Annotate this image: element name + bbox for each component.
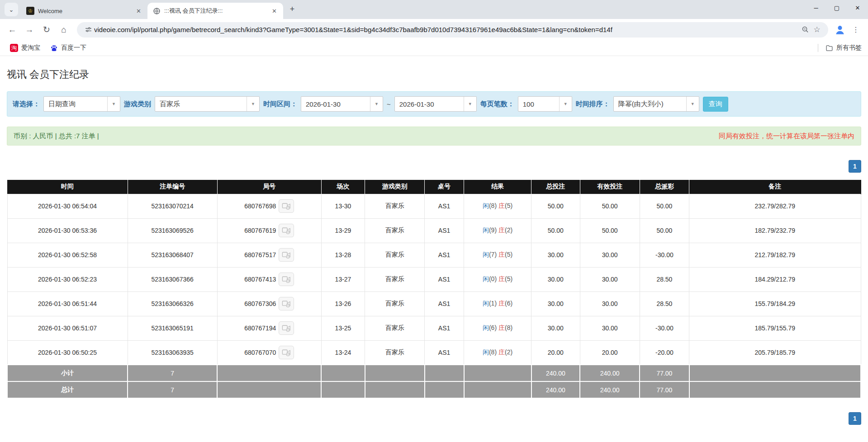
cell-game-type: 百家乐 — [365, 316, 425, 340]
zoom-icon[interactable] — [799, 24, 811, 36]
cell-payout: -20.00 — [640, 340, 689, 365]
table-row: 2026-01-30 06:54:04523163070214680767698… — [7, 194, 861, 218]
column-header: 时间 — [7, 180, 128, 194]
footer-result — [464, 365, 531, 381]
tab-close-icon[interactable]: ✕ — [270, 7, 279, 15]
refresh-button[interactable]: ↻ — [39, 22, 54, 38]
browser-toolbar: ← → ↻ ⌂ videoie.com/ipl/portal.php/game/… — [0, 19, 868, 40]
window-close-button[interactable]: ✕ — [847, 0, 868, 15]
forward-button[interactable]: → — [22, 22, 37, 38]
date-to-value: 2026-01-30 — [395, 100, 464, 108]
game-type-value: 百家乐 — [155, 100, 247, 108]
result-banker: 庄(5) — [498, 251, 512, 258]
cell-payout: 50.00 — [640, 194, 689, 218]
bookmark-star-icon[interactable]: ☆ — [811, 24, 823, 36]
cell-total-bet: 30.00 — [531, 243, 580, 267]
folder-icon — [825, 44, 833, 52]
footer-note — [689, 365, 861, 381]
tab-bet-records[interactable]: :::视讯 会员下注纪录::: ✕ — [147, 3, 283, 19]
footer-note — [689, 381, 861, 398]
cell-note: 232.79/282.79 — [689, 194, 861, 218]
cell-table-no: AS1 — [425, 267, 464, 292]
chevron-down-icon: ▼ — [247, 97, 259, 111]
page-size-value: 100 — [518, 100, 559, 108]
column-header: 结果 — [464, 180, 531, 194]
cell-result: 闲(0) 庄(5) — [464, 267, 531, 292]
cell-time: 2026-01-30 06:51:07 — [7, 316, 128, 340]
cell-session: 13-29 — [321, 218, 365, 243]
round-number: 680767070 — [244, 349, 276, 356]
date-to-select[interactable]: 2026-01-30 ▼ — [394, 96, 477, 112]
result-player: 闲(9) — [483, 226, 497, 234]
column-header: 总投注 — [531, 180, 580, 194]
video-replay-button[interactable] — [279, 199, 294, 213]
window-minimize-button[interactable]: ─ — [806, 0, 826, 15]
home-button[interactable]: ⌂ — [56, 22, 71, 38]
video-replay-button[interactable] — [279, 248, 294, 262]
footer-round — [217, 381, 321, 398]
pagination-page-1[interactable]: 1 — [849, 160, 861, 173]
browser-menu-icon[interactable]: ⋮ — [848, 22, 863, 38]
pagination-top: 1 — [7, 160, 861, 173]
table-row: 2026-01-30 06:51:07523163065191680767194… — [7, 316, 861, 340]
site-settings-icon[interactable] — [82, 24, 94, 36]
cell-table-no: AS1 — [425, 316, 464, 340]
query-mode-value: 日期查询 — [44, 100, 107, 108]
chevron-down-icon: ▼ — [686, 97, 699, 111]
cell-valid-bet: 50.00 — [580, 194, 640, 218]
round-number: 680767517 — [244, 251, 276, 259]
video-replay-button[interactable] — [279, 273, 294, 286]
cell-bet-id: 523163065191 — [128, 316, 217, 340]
video-replay-button[interactable] — [279, 321, 294, 335]
cell-bet-id: 523163066326 — [128, 292, 217, 316]
page-size-select[interactable]: 100 ▼ — [518, 96, 572, 112]
window-maximize-button[interactable]: ▢ — [826, 0, 847, 15]
cell-payout: 50.00 — [640, 218, 689, 243]
tab-welcome[interactable]: ♔ Welcome ✕ — [21, 3, 147, 19]
video-replay-button[interactable] — [279, 224, 294, 237]
cell-valid-bet: 20.00 — [580, 340, 640, 365]
date-from-select[interactable]: 2026-01-30 ▼ — [301, 96, 383, 112]
query-button[interactable]: 查询 — [703, 97, 728, 112]
tab-search-chevron-icon[interactable]: ⌄ — [5, 3, 18, 16]
column-header: 局号 — [217, 180, 321, 194]
cell-session: 13-28 — [321, 243, 365, 267]
address-bar[interactable]: videoie.com/ipl/portal.php/game/betrecor… — [77, 22, 828, 38]
cell-note: 185.79/155.79 — [689, 316, 861, 340]
back-button[interactable]: ← — [5, 22, 20, 38]
tab-close-icon[interactable]: ✕ — [134, 7, 143, 15]
pagination-page-1[interactable]: 1 — [849, 412, 861, 425]
round-number: 680767194 — [244, 324, 276, 332]
summary-warning-note: 同局有效投注，统一计算在该局第一张注单内 — [719, 132, 854, 141]
bookmark-aitaobao[interactable]: 淘 爱淘宝 — [6, 42, 44, 54]
video-replay-button[interactable] — [279, 346, 294, 359]
cell-total-bet: 50.00 — [531, 218, 580, 243]
footer-round — [217, 365, 321, 381]
filter-bar: 请选择： 日期查询 ▼ 游戏类别 百家乐 ▼ 时间区间： 2026-01-30 … — [7, 91, 861, 117]
footer-valid-bet: 240.00 — [580, 381, 640, 398]
cell-note: 205.79/185.79 — [689, 340, 861, 365]
round-number: 680767698 — [244, 202, 276, 210]
cell-session: 13-26 — [321, 292, 365, 316]
chevron-down-icon: ▼ — [464, 97, 476, 111]
game-type-select[interactable]: 百家乐 ▼ — [155, 96, 260, 112]
footer-count: 7 — [128, 381, 217, 398]
table-row: 2026-01-30 06:50:25523163063935680767070… — [7, 340, 861, 365]
cell-result: 闲(9) 庄(2) — [464, 218, 531, 243]
profile-avatar[interactable] — [834, 24, 846, 36]
cell-game-type: 百家乐 — [365, 194, 425, 218]
all-bookmarks-button[interactable]: 所有书签 — [825, 44, 862, 52]
column-header: 总派彩 — [640, 180, 689, 194]
cell-total-bet: 30.00 — [531, 292, 580, 316]
date-from-value: 2026-01-30 — [301, 100, 370, 108]
new-tab-button[interactable]: + — [286, 3, 299, 15]
video-replay-button[interactable] — [279, 297, 294, 310]
table-row: 2026-01-30 06:52:58523163068407680767517… — [7, 243, 861, 267]
sort-select[interactable]: 降幂(由大到小) ▼ — [613, 96, 699, 112]
bookmark-baidu[interactable]: 百度一下 — [47, 42, 90, 54]
cell-bet-id: 523163067366 — [128, 267, 217, 292]
cell-table-no: AS1 — [425, 194, 464, 218]
cell-table-no: AS1 — [425, 292, 464, 316]
query-mode-select[interactable]: 日期查询 ▼ — [43, 96, 120, 112]
chevron-down-icon: ▼ — [559, 97, 572, 111]
